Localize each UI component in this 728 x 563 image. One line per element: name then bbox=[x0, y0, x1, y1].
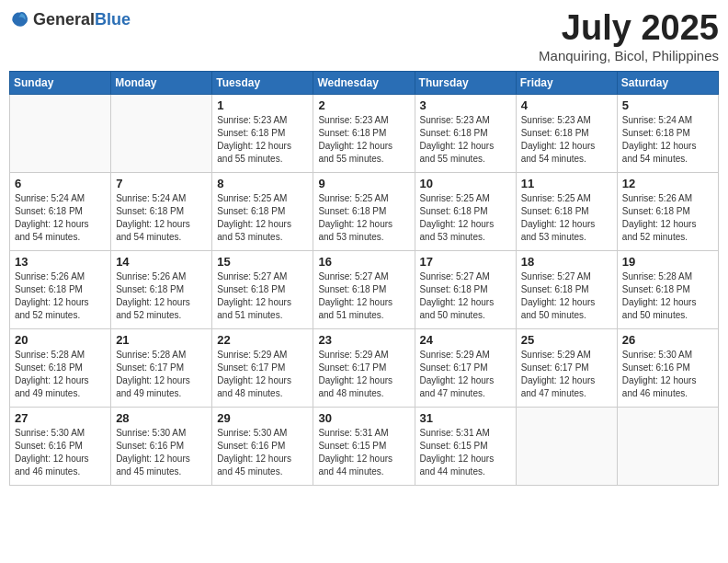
calendar-cell: 8Sunrise: 5:25 AMSunset: 6:18 PMDaylight… bbox=[212, 172, 313, 250]
day-number: 7 bbox=[116, 177, 207, 190]
calendar-cell: 18Sunrise: 5:27 AMSunset: 6:18 PMDayligh… bbox=[516, 250, 617, 328]
calendar-header-sunday: Sunday bbox=[10, 71, 111, 94]
day-detail: Sunrise: 5:29 AMSunset: 6:17 PMDaylight:… bbox=[217, 349, 308, 400]
day-detail: Sunrise: 5:30 AMSunset: 6:16 PMDaylight:… bbox=[217, 427, 308, 478]
day-number: 30 bbox=[318, 411, 409, 425]
calendar-cell: 11Sunrise: 5:25 AMSunset: 6:18 PMDayligh… bbox=[516, 172, 617, 250]
calendar-cell: 19Sunrise: 5:28 AMSunset: 6:18 PMDayligh… bbox=[617, 250, 718, 328]
day-number: 31 bbox=[420, 411, 511, 425]
calendar-cell: 10Sunrise: 5:25 AMSunset: 6:18 PMDayligh… bbox=[415, 172, 516, 250]
day-number: 9 bbox=[318, 177, 409, 190]
calendar-cell: 7Sunrise: 5:24 AMSunset: 6:18 PMDaylight… bbox=[111, 172, 212, 250]
day-number: 17 bbox=[420, 255, 511, 269]
logo-text-general: General bbox=[33, 10, 95, 29]
day-number: 6 bbox=[15, 177, 106, 190]
calendar-cell bbox=[516, 407, 617, 485]
day-detail: Sunrise: 5:29 AMSunset: 6:17 PMDaylight:… bbox=[521, 349, 612, 400]
day-detail: Sunrise: 5:23 AMSunset: 6:18 PMDaylight:… bbox=[217, 114, 308, 166]
day-number: 5 bbox=[622, 98, 713, 112]
calendar-header-wednesday: Wednesday bbox=[313, 71, 415, 94]
calendar-cell: 16Sunrise: 5:27 AMSunset: 6:18 PMDayligh… bbox=[313, 250, 415, 328]
day-detail: Sunrise: 5:25 AMSunset: 6:18 PMDaylight:… bbox=[217, 192, 308, 244]
day-number: 20 bbox=[15, 333, 106, 347]
calendar-cell: 3Sunrise: 5:23 AMSunset: 6:18 PMDaylight… bbox=[415, 94, 516, 172]
day-detail: Sunrise: 5:27 AMSunset: 6:18 PMDaylight:… bbox=[217, 270, 308, 322]
calendar-cell: 21Sunrise: 5:28 AMSunset: 6:17 PMDayligh… bbox=[111, 328, 212, 407]
page-header: GeneralBlue July 2025 Manquiring, Bicol,… bbox=[9, 9, 719, 63]
day-detail: Sunrise: 5:24 AMSunset: 6:18 PMDaylight:… bbox=[15, 192, 106, 244]
calendar-location: Manquiring, Bicol, Philippines bbox=[539, 48, 719, 63]
calendar-cell: 4Sunrise: 5:23 AMSunset: 6:18 PMDaylight… bbox=[516, 94, 617, 172]
calendar-header-thursday: Thursday bbox=[415, 71, 516, 94]
day-detail: Sunrise: 5:30 AMSunset: 6:16 PMDaylight:… bbox=[116, 427, 207, 478]
day-detail: Sunrise: 5:29 AMSunset: 6:17 PMDaylight:… bbox=[420, 349, 511, 400]
day-number: 19 bbox=[622, 255, 713, 269]
day-detail: Sunrise: 5:28 AMSunset: 6:17 PMDaylight:… bbox=[116, 349, 207, 400]
day-number: 14 bbox=[116, 255, 207, 269]
day-number: 27 bbox=[15, 411, 106, 425]
day-number: 25 bbox=[521, 333, 612, 347]
calendar-cell: 1Sunrise: 5:23 AMSunset: 6:18 PMDaylight… bbox=[212, 94, 313, 172]
calendar-cell: 25Sunrise: 5:29 AMSunset: 6:17 PMDayligh… bbox=[516, 328, 617, 407]
day-number: 8 bbox=[217, 177, 308, 190]
day-detail: Sunrise: 5:27 AMSunset: 6:18 PMDaylight:… bbox=[420, 270, 511, 322]
calendar-header-row: SundayMondayTuesdayWednesdayThursdayFrid… bbox=[10, 71, 719, 94]
calendar-week-4: 20Sunrise: 5:28 AMSunset: 6:18 PMDayligh… bbox=[10, 328, 719, 407]
calendar-header-tuesday: Tuesday bbox=[212, 71, 313, 94]
day-detail: Sunrise: 5:26 AMSunset: 6:18 PMDaylight:… bbox=[622, 192, 713, 244]
calendar-cell: 27Sunrise: 5:30 AMSunset: 6:16 PMDayligh… bbox=[10, 407, 111, 485]
day-number: 4 bbox=[521, 98, 612, 112]
day-detail: Sunrise: 5:23 AMSunset: 6:18 PMDaylight:… bbox=[521, 114, 612, 166]
day-detail: Sunrise: 5:30 AMSunset: 6:16 PMDaylight:… bbox=[622, 349, 713, 400]
day-number: 22 bbox=[217, 333, 308, 347]
calendar-table: SundayMondayTuesdayWednesdayThursdayFrid… bbox=[9, 71, 719, 486]
day-number: 2 bbox=[318, 98, 409, 112]
calendar-cell: 30Sunrise: 5:31 AMSunset: 6:15 PMDayligh… bbox=[313, 407, 415, 485]
calendar-week-3: 13Sunrise: 5:26 AMSunset: 6:18 PMDayligh… bbox=[10, 250, 719, 328]
day-detail: Sunrise: 5:31 AMSunset: 6:15 PMDaylight:… bbox=[420, 427, 511, 478]
calendar-cell: 9Sunrise: 5:25 AMSunset: 6:18 PMDaylight… bbox=[313, 172, 415, 250]
calendar-cell bbox=[111, 94, 212, 172]
day-number: 15 bbox=[217, 255, 308, 269]
day-number: 26 bbox=[622, 333, 713, 347]
logo-icon bbox=[9, 9, 29, 29]
calendar-cell: 26Sunrise: 5:30 AMSunset: 6:16 PMDayligh… bbox=[617, 328, 718, 407]
day-number: 3 bbox=[420, 98, 511, 112]
calendar-cell bbox=[617, 407, 718, 485]
calendar-cell: 5Sunrise: 5:24 AMSunset: 6:18 PMDaylight… bbox=[617, 94, 718, 172]
day-number: 13 bbox=[15, 255, 106, 269]
calendar-cell: 24Sunrise: 5:29 AMSunset: 6:17 PMDayligh… bbox=[415, 328, 516, 407]
logo: GeneralBlue bbox=[9, 9, 131, 29]
calendar-cell: 17Sunrise: 5:27 AMSunset: 6:18 PMDayligh… bbox=[415, 250, 516, 328]
day-number: 11 bbox=[521, 177, 612, 190]
calendar-cell: 22Sunrise: 5:29 AMSunset: 6:17 PMDayligh… bbox=[212, 328, 313, 407]
day-number: 1 bbox=[217, 98, 308, 112]
day-detail: Sunrise: 5:25 AMSunset: 6:18 PMDaylight:… bbox=[420, 192, 511, 244]
day-number: 18 bbox=[521, 255, 612, 269]
calendar-cell: 6Sunrise: 5:24 AMSunset: 6:18 PMDaylight… bbox=[10, 172, 111, 250]
day-detail: Sunrise: 5:27 AMSunset: 6:18 PMDaylight:… bbox=[318, 270, 409, 322]
calendar-cell: 15Sunrise: 5:27 AMSunset: 6:18 PMDayligh… bbox=[212, 250, 313, 328]
day-number: 10 bbox=[420, 177, 511, 190]
calendar-header-monday: Monday bbox=[111, 71, 212, 94]
calendar-week-1: 1Sunrise: 5:23 AMSunset: 6:18 PMDaylight… bbox=[10, 94, 719, 172]
day-detail: Sunrise: 5:28 AMSunset: 6:18 PMDaylight:… bbox=[622, 270, 713, 322]
calendar-cell: 28Sunrise: 5:30 AMSunset: 6:16 PMDayligh… bbox=[111, 407, 212, 485]
calendar-cell: 29Sunrise: 5:30 AMSunset: 6:16 PMDayligh… bbox=[212, 407, 313, 485]
calendar-week-5: 27Sunrise: 5:30 AMSunset: 6:16 PMDayligh… bbox=[10, 407, 719, 485]
calendar-week-2: 6Sunrise: 5:24 AMSunset: 6:18 PMDaylight… bbox=[10, 172, 719, 250]
calendar-cell bbox=[10, 94, 111, 172]
day-detail: Sunrise: 5:29 AMSunset: 6:17 PMDaylight:… bbox=[318, 349, 409, 400]
day-detail: Sunrise: 5:27 AMSunset: 6:18 PMDaylight:… bbox=[521, 270, 612, 322]
calendar-cell: 14Sunrise: 5:26 AMSunset: 6:18 PMDayligh… bbox=[111, 250, 212, 328]
day-detail: Sunrise: 5:24 AMSunset: 6:18 PMDaylight:… bbox=[622, 114, 713, 166]
day-detail: Sunrise: 5:23 AMSunset: 6:18 PMDaylight:… bbox=[318, 114, 409, 166]
day-number: 28 bbox=[116, 411, 207, 425]
day-number: 16 bbox=[318, 255, 409, 269]
day-detail: Sunrise: 5:31 AMSunset: 6:15 PMDaylight:… bbox=[318, 427, 409, 478]
day-detail: Sunrise: 5:25 AMSunset: 6:18 PMDaylight:… bbox=[521, 192, 612, 244]
day-number: 23 bbox=[318, 333, 409, 347]
day-detail: Sunrise: 5:26 AMSunset: 6:18 PMDaylight:… bbox=[15, 270, 106, 322]
calendar-cell: 31Sunrise: 5:31 AMSunset: 6:15 PMDayligh… bbox=[415, 407, 516, 485]
calendar-title: July 2025 bbox=[539, 9, 719, 48]
